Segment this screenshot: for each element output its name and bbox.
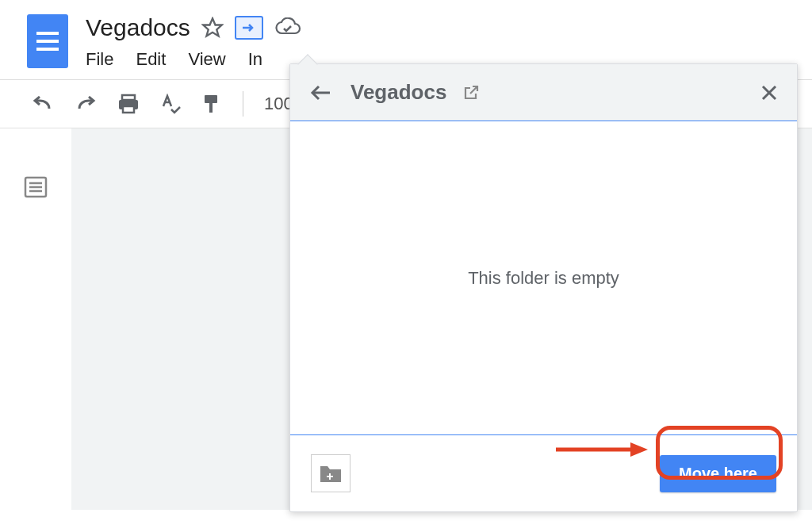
open-new-tab-icon[interactable] (462, 84, 480, 101)
svg-rect-2 (122, 95, 135, 100)
empty-folder-message: This folder is empty (468, 268, 619, 289)
spellcheck-icon[interactable] (160, 94, 181, 114)
docs-logo[interactable] (27, 14, 68, 68)
svg-line-13 (470, 86, 477, 94)
svg-marker-0 (203, 18, 221, 36)
paint-format-icon[interactable] (201, 94, 222, 114)
undo-icon[interactable] (32, 96, 54, 112)
svg-rect-17 (327, 476, 333, 477)
close-icon[interactable] (760, 84, 778, 101)
print-icon[interactable] (117, 94, 140, 114)
move-popover: Vegadocs This folder is empty M (289, 63, 798, 512)
cloud-saved-icon[interactable] (274, 17, 301, 38)
menu-view[interactable]: View (188, 49, 225, 70)
menu-edit[interactable]: Edit (136, 49, 166, 70)
document-title[interactable]: Vegadocs (86, 14, 190, 41)
redo-icon[interactable] (75, 96, 97, 112)
outline-icon[interactable] (24, 176, 48, 510)
move-here-button[interactable]: Move here (660, 455, 776, 492)
new-folder-button[interactable] (311, 454, 350, 492)
popover-title: Vegadocs (350, 80, 446, 105)
svg-rect-7 (209, 103, 213, 113)
svg-rect-6 (205, 95, 217, 103)
toolbar-separator (243, 91, 243, 117)
menu-insert-partial[interactable]: In (248, 49, 262, 70)
star-icon[interactable] (201, 17, 224, 39)
move-icon[interactable] (235, 16, 263, 40)
back-arrow-icon[interactable] (309, 83, 331, 102)
menu-file[interactable]: File (86, 49, 113, 70)
svg-rect-4 (123, 106, 134, 113)
